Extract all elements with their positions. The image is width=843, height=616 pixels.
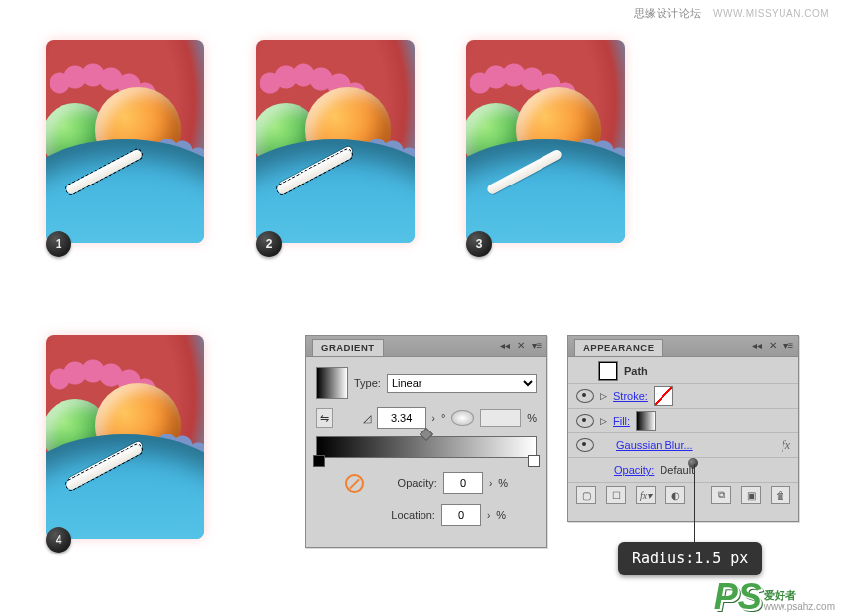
gradient-stop-right[interactable]	[528, 455, 540, 467]
opacity-suffix: %	[498, 477, 508, 489]
panel-collapse-icon[interactable]: ◂◂	[751, 339, 763, 351]
path-label: Path	[624, 365, 648, 377]
step-1: 1	[46, 40, 204, 243]
candy-illustration	[466, 40, 625, 243]
step-badge-3: 3	[466, 231, 492, 257]
gradient-type-label: Type:	[354, 377, 381, 389]
panel-close-icon[interactable]: ✕	[515, 339, 527, 351]
appearance-panel: APPEARANCE ◂◂ ✕ ▾≡ Path ▷ Stroke: ▷ Fill…	[567, 335, 799, 522]
aspect-ratio-suffix: %	[527, 412, 537, 424]
visibility-eye-icon[interactable]	[576, 414, 594, 428]
appearance-panel-header: APPEARANCE ◂◂ ✕ ▾≡	[568, 336, 798, 357]
candy-illustration	[46, 335, 204, 539]
watermark-top-text: 思缘设计论坛	[634, 7, 702, 19]
radius-tooltip: Radius:1.5 px	[618, 542, 762, 575]
gradient-panel-header: GRADIENT ◂◂ ✕ ▾≡	[306, 336, 546, 357]
watermark-top: 思缘设计论坛 WWW.MISSYUAN.COM	[634, 6, 829, 21]
footer-new-icon[interactable]: ▣	[741, 486, 761, 504]
not-allowed-icon	[345, 474, 364, 493]
aspect-ratio-field[interactable]	[480, 409, 521, 427]
footer-opacity-icon[interactable]: ◐	[665, 486, 685, 504]
gradient-angle-input[interactable]	[377, 407, 426, 429]
step-badge-4: 4	[46, 527, 71, 553]
stroke-link[interactable]: Stroke:	[613, 390, 648, 402]
fill-link[interactable]: Fill:	[613, 415, 630, 427]
location-stepper[interactable]: ›	[487, 510, 490, 521]
location-input[interactable]	[441, 504, 481, 526]
step-badge-1: 1	[46, 231, 71, 257]
gradient-preview-swatch[interactable]	[316, 367, 348, 399]
watermark-top-url: WWW.MISSYUAN.COM	[713, 8, 829, 19]
gradient-stop-left[interactable]	[313, 455, 325, 467]
fill-gradient-swatch[interactable]	[636, 411, 656, 431]
tooltip-text: Radius:1.5 px	[632, 550, 748, 567]
gradient-type-select[interactable]: Linear	[387, 374, 537, 393]
step-2: 2	[256, 40, 415, 243]
path-thumb-icon	[598, 361, 618, 381]
callout-line	[694, 464, 695, 542]
opacity-stepper[interactable]: ›	[489, 478, 492, 489]
ps-tagline: 爱好者	[764, 589, 835, 601]
gradient-slider[interactable]	[316, 436, 537, 458]
panel-collapse-icon[interactable]: ◂◂	[499, 339, 511, 351]
gradient-midpoint-handle[interactable]	[420, 428, 433, 441]
ps-logo: PS	[714, 583, 762, 612]
angle-stepper[interactable]: ›	[432, 413, 435, 424]
opacity-link[interactable]: Opacity:	[614, 464, 654, 476]
location-label: Location:	[376, 509, 435, 521]
visibility-eye-icon[interactable]	[576, 389, 594, 403]
step-4: 4	[46, 335, 204, 539]
gradient-panel: GRADIENT ◂◂ ✕ ▾≡ Type: Linear ⇋ ◿ › ° %	[305, 335, 547, 548]
watermark-bottom: PS 爱好者 www.psahz.com	[714, 583, 835, 612]
angle-icon: ◿	[363, 412, 371, 425]
candy-illustration	[256, 40, 415, 243]
footer-fx-menu[interactable]: fx▾	[636, 486, 656, 504]
ps-url: www.psahz.com	[764, 601, 835, 612]
visibility-eye-icon[interactable]	[576, 438, 594, 452]
appearance-list: Path ▷ Stroke: ▷ Fill: Gaussian Blur... …	[568, 357, 798, 483]
aspect-ratio-icon	[451, 410, 473, 426]
appearance-row-stroke[interactable]: ▷ Stroke:	[568, 384, 798, 409]
reverse-gradient-icon[interactable]: ⇋	[316, 408, 333, 428]
step-3: 3	[466, 40, 625, 243]
footer-new-art-icon[interactable]: ▢	[576, 486, 596, 504]
gradient-panel-title: GRADIENT	[312, 339, 384, 356]
opacity-input[interactable]	[443, 472, 483, 494]
expand-icon[interactable]: ▷	[600, 391, 607, 401]
appearance-panel-title: APPEARANCE	[574, 339, 663, 356]
panel-close-icon[interactable]: ✕	[767, 339, 779, 351]
appearance-row-fill[interactable]: ▷ Fill:	[568, 409, 798, 433]
appearance-footer: ▢ ☐ fx▾ ◐ ⧉ ▣ 🗑	[568, 483, 798, 507]
panel-menu-icon[interactable]: ▾≡	[531, 339, 542, 351]
panel-menu-icon[interactable]: ▾≡	[783, 339, 794, 351]
step-badge-2: 2	[256, 231, 282, 257]
angle-degree-suffix: °	[441, 412, 445, 424]
appearance-row-gaussian-blur[interactable]: Gaussian Blur... fx	[568, 433, 798, 458]
fx-badge: fx	[782, 438, 790, 453]
footer-clear-icon[interactable]: ☐	[606, 486, 626, 504]
stroke-none-swatch[interactable]	[654, 386, 673, 406]
opacity-label: Opacity:	[378, 477, 437, 489]
gaussian-blur-link[interactable]: Gaussian Blur...	[616, 439, 693, 451]
location-suffix: %	[496, 509, 506, 521]
expand-icon[interactable]: ▷	[600, 416, 607, 426]
footer-duplicate-icon[interactable]: ⧉	[711, 486, 731, 504]
footer-delete-icon[interactable]: 🗑	[771, 486, 790, 504]
appearance-row-opacity[interactable]: Opacity: Default	[568, 458, 798, 483]
candy-illustration	[46, 40, 204, 243]
appearance-row-path[interactable]: Path	[568, 359, 798, 384]
callout-dot	[688, 458, 698, 468]
